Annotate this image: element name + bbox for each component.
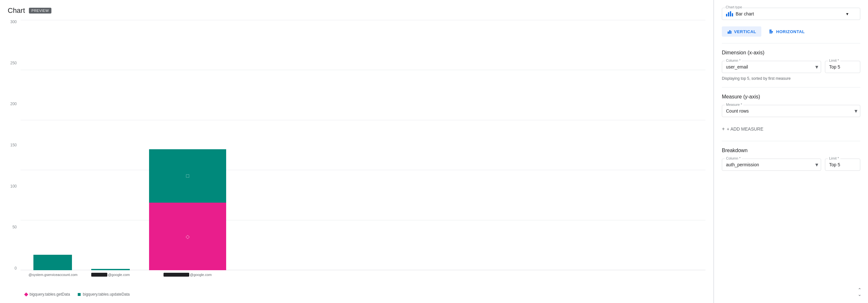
legend-icon-1 [24,293,28,296]
chart-container: 300 250 200 150 100 50 0 [8,20,706,290]
svg-rect-3 [769,30,772,31]
chart-legend: bigquery.tables.getData bigquery.tables.… [24,290,706,297]
chart-header: Chart PREVIEW [8,6,706,15]
chart-area: Chart PREVIEW 300 250 200 150 100 50 0 [0,0,713,303]
breakdown-column-value: auth_permission [726,162,759,167]
dimension-column-label: Column * [725,58,742,62]
preview-badge: PREVIEW [29,8,52,13]
bar4-icon [732,13,733,17]
x-label-2: @google.com [91,273,130,277]
dimension-limit-group: Limit * Top 5 [825,61,860,73]
vertical-label: VERTICAL [734,29,756,34]
breakdown-field-row: Column * auth_permission ▾ Limit * Top 5 [722,159,860,171]
bar-group-1 [33,255,72,270]
y-label-250: 250 [10,61,17,65]
svg-rect-0 [727,31,729,34]
bar-stack-1 [33,255,72,270]
bar3-icon [730,11,731,17]
breakdown-limit-label: Limit * [828,156,840,160]
bar-group-3: ◇ □ [149,149,226,270]
bar-chart-icon [726,11,733,17]
chart-type-value: Bar chart [736,11,844,17]
dimension-section: Dimension (x-axis) Column * user_email ▾… [722,50,860,81]
y-label-50: 50 [12,225,17,229]
bar-segment-magenta-3: ◇ [149,203,226,270]
chart-type-dropdown-arrow: ▾ [846,11,848,17]
vertical-icon [727,29,732,34]
legend-square [78,293,81,296]
x-labels: @system.gserviceaccount.com @google.com … [21,270,706,290]
legend-diamond [24,293,28,297]
bar-segment-teal-3: □ [149,149,226,203]
dimension-field-row: Column * user_email ▾ Limit * Top 5 [722,61,860,73]
measure-section: Measure (y-axis) Measure * Count rows ▾ [722,94,860,117]
breakdown-section-title: Breakdown [722,148,860,154]
dimension-section-title: Dimension (x-axis) [722,50,860,56]
x-label-1: @system.gserviceaccount.com [33,273,72,277]
dimension-info-text: Displaying top 5, sorted by first measur… [722,76,860,81]
legend-item-2: bigquery.tables.updateData [78,292,130,297]
dimension-column-value: user_email [726,64,748,70]
measure-section-title: Measure (y-axis) [722,94,860,100]
y-label-200: 200 [10,102,17,106]
breakdown-column-group: Column * auth_permission ▾ [722,159,821,171]
chevron-up-icon: ⌃ [858,287,862,292]
dimension-limit-value: Top 5 [829,64,840,70]
y-label-300: 300 [10,20,17,24]
right-panel: Chart type Bar chart ▾ VERTICAL [714,0,868,303]
divider-2 [722,87,860,87]
y-label-100: 100 [10,184,17,188]
x-label-domain-2: @google.com [108,273,130,277]
add-measure-button[interactable]: + + ADD MEASURE [722,123,860,134]
x-label-redacted-3 [163,273,189,277]
add-measure-label: + ADD MEASURE [727,127,763,132]
horizontal-label: HORIZONTAL [776,29,805,34]
y-label-150: 150 [10,143,17,147]
chart-body: ◇ □ @system.gserviceaccount.com @google.… [21,20,706,290]
dimension-limit-label: Limit * [828,58,840,62]
breakdown-section: Breakdown Column * auth_permission ▾ Lim… [722,148,860,171]
legend-label-2: bigquery.tables.updateData [83,292,130,297]
x-label-3: @google.com [149,273,226,277]
svg-rect-1 [729,30,731,34]
legend-icon-2 [78,293,81,296]
x-label-domain-1: @system.gserviceaccount.com [29,273,78,277]
divider-1 [722,43,860,44]
chart-type-selector[interactable]: Bar chart ▾ [722,8,860,20]
measure-value: Count rows [726,108,749,114]
measure-label: Measure * [725,103,743,107]
bar1-icon [726,14,727,17]
measure-arrow: ▾ [855,107,858,114]
plus-icon: + [722,126,725,132]
x-label-redacted-2 [91,273,107,277]
dimension-column-arrow: ▾ [815,63,818,71]
horizontal-icon [769,29,774,34]
y-label-0: 0 [14,266,17,270]
bar-stack-3: ◇ □ [149,149,226,270]
breakdown-limit-value: Top 5 [829,162,840,167]
legend-item-1: bigquery.tables.getData [24,292,70,297]
bar-icon-square: □ [186,173,189,179]
bar-icon-diamond: ◇ [186,233,189,240]
y-axis: 300 250 200 150 100 50 0 [8,20,21,290]
bars-container: ◇ □ [21,20,706,270]
svg-rect-5 [769,33,772,33]
dimension-column-group: Column * user_email ▾ [722,61,821,73]
x-label-domain-3: @google.com [190,273,212,277]
bar-segment-teal-1 [33,255,72,270]
chevron-down-icon: ⌄ [858,292,862,297]
svg-rect-2 [731,31,732,34]
chart-type-section: Chart type Bar chart ▾ [722,5,860,20]
svg-rect-4 [769,31,773,32]
vertical-button[interactable]: VERTICAL [722,26,761,37]
measure-field-group: Measure * Count rows ▾ [722,105,860,117]
chart-title: Chart [8,6,25,15]
orientation-buttons: VERTICAL HORIZONTAL [722,26,860,37]
legend-label-1: bigquery.tables.getData [30,292,70,297]
collapse-toggle[interactable]: ⌃ ⌄ [858,287,862,297]
horizontal-button[interactable]: HORIZONTAL [764,26,810,37]
breakdown-column-label: Column * [725,156,742,160]
breakdown-limit-group: Limit * Top 5 [825,159,860,171]
breakdown-column-arrow: ▾ [815,161,818,168]
bar2-icon [728,12,729,17]
